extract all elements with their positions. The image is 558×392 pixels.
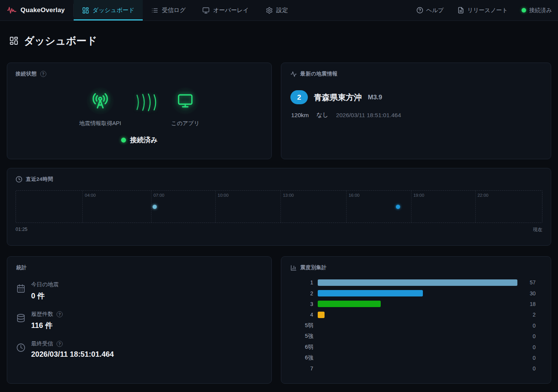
intensity-row-value: 57 bbox=[523, 279, 536, 285]
timeline-tick-label: 16:00 bbox=[348, 193, 359, 198]
timeline-tick-label: 22:00 bbox=[478, 193, 489, 198]
intensity-row-label: 1 bbox=[297, 279, 313, 285]
intensity-bar-track bbox=[318, 312, 517, 318]
signal-waves-icon bbox=[136, 93, 157, 112]
timeline-plot: 04:0007:0010:0013:0016:0019:0022:00 bbox=[16, 190, 542, 223]
intensity-bar bbox=[318, 279, 517, 286]
intensity-bar-track bbox=[318, 365, 517, 372]
dashboard-icon bbox=[82, 7, 89, 14]
intensity-row-label: 6強 bbox=[297, 354, 313, 361]
monitor-icon bbox=[177, 93, 193, 109]
intensity-row-value: 2 bbox=[523, 312, 536, 318]
stat-today: 今日の地震 0 件 bbox=[16, 281, 262, 301]
help-link[interactable]: ヘルプ bbox=[416, 7, 444, 14]
connection-status-dot bbox=[121, 138, 126, 143]
gear-icon bbox=[266, 7, 273, 14]
release-notes-label: リリースノート bbox=[467, 7, 508, 14]
stat-label: 今日の地震 bbox=[31, 281, 59, 288]
intensity-row-value: 30 bbox=[523, 290, 536, 296]
intensity-row-label: 5弱 bbox=[297, 322, 313, 329]
nav-connection-dot bbox=[522, 8, 526, 13]
timeline-start-label: 01:25 bbox=[16, 227, 27, 233]
epicenter-name: 青森県東方沖 bbox=[314, 92, 362, 103]
timeline-gridline: 16:00 bbox=[346, 191, 347, 223]
nav-tabs: ダッシュボード 受信ログ オーバーレイ bbox=[74, 0, 296, 20]
intensity-row: 230 bbox=[297, 288, 536, 298]
help-circle-icon[interactable]: ? bbox=[40, 71, 46, 77]
top-nav: QuakeOverlay ダッシュボード 受信ログ bbox=[0, 0, 558, 21]
tab-label: 設定 bbox=[276, 6, 288, 14]
timeline-tick-label: 07:00 bbox=[153, 193, 164, 198]
help-circle-icon[interactable]: ? bbox=[57, 341, 63, 347]
tab-overlay[interactable]: オーバーレイ bbox=[194, 0, 257, 20]
intensity-row: 157 bbox=[297, 277, 536, 288]
document-icon bbox=[457, 7, 464, 14]
tab-receive-log[interactable]: 受信ログ bbox=[143, 0, 194, 20]
depth-value: 120km bbox=[291, 112, 309, 119]
intensity-row-label: 7 bbox=[297, 365, 313, 372]
intensity-row: 70 bbox=[297, 363, 536, 374]
nav-connection-label: 接続済み bbox=[529, 7, 552, 14]
intensity-row: 6弱0 bbox=[297, 342, 536, 352]
timeline-card-title: 直近24時間 bbox=[26, 176, 53, 183]
stat-value: 116 件 bbox=[31, 320, 63, 331]
intensity-bar bbox=[318, 301, 381, 307]
intensity-bar-track bbox=[318, 290, 517, 296]
activity-icon bbox=[290, 71, 297, 77]
intensity-card-title: 震度別集計 bbox=[300, 264, 327, 271]
monitor-icon bbox=[202, 7, 210, 14]
clock-icon bbox=[16, 340, 25, 359]
stat-value: 2026/03/11 18:51:01.464 bbox=[31, 350, 114, 359]
tab-settings[interactable]: 設定 bbox=[257, 0, 296, 20]
intensity-bar-track bbox=[318, 322, 517, 329]
timeline-gridline: 04:00 bbox=[82, 191, 83, 223]
intensity-bar-track bbox=[318, 301, 517, 307]
timeline-event-dot[interactable] bbox=[396, 205, 400, 209]
tsunami-value: なし bbox=[317, 111, 329, 119]
timeline-tick-label: 19:00 bbox=[413, 193, 424, 198]
api-node-label: 地震情報取得API bbox=[79, 120, 121, 127]
list-icon bbox=[151, 7, 158, 14]
nav-connection-status: 接続済み bbox=[522, 7, 552, 14]
intensity-bar bbox=[318, 312, 325, 318]
intensity-row-label: 6弱 bbox=[297, 344, 313, 351]
stat-last-received: 最終受信 ? 2026/03/11 18:51:01.464 bbox=[16, 340, 262, 359]
intensity-row-label: 2 bbox=[297, 290, 313, 296]
tab-label: ダッシュボード bbox=[93, 6, 135, 14]
magnitude-value: M3.9 bbox=[368, 94, 382, 101]
connection-status-label: 接続済み bbox=[130, 135, 158, 144]
stats-card-title: 統計 bbox=[16, 264, 27, 271]
release-notes-link[interactable]: リリースノート bbox=[457, 7, 508, 14]
intensity-badge: 2 bbox=[290, 90, 308, 104]
intensity-row-value: 0 bbox=[523, 333, 536, 339]
timeline-tick-label: 13:00 bbox=[283, 193, 294, 198]
intensity-chart-card: 震度別集計 157230318425弱05強06弱06強070 bbox=[281, 256, 551, 384]
quake-timestamp: 2026/03/11 18:51:01.464 bbox=[336, 112, 401, 119]
timeline-tick-label: 04:00 bbox=[85, 193, 96, 198]
radio-tower-icon bbox=[92, 93, 109, 109]
waveform-logo-icon bbox=[7, 5, 17, 15]
app-node-label: このアプリ bbox=[171, 120, 199, 127]
timeline-gridline: 13:00 bbox=[281, 191, 281, 223]
intensity-row-value: 0 bbox=[523, 344, 536, 350]
intensity-row: 42 bbox=[297, 309, 536, 320]
timeline-end-label: 現在 bbox=[533, 227, 542, 233]
database-icon bbox=[16, 310, 25, 331]
intensity-row: 318 bbox=[297, 299, 536, 309]
timeline-gridline: 19:00 bbox=[411, 191, 411, 223]
connection-card-title: 接続状態 bbox=[16, 71, 37, 77]
intensity-row: 6強0 bbox=[297, 353, 536, 363]
intensity-row-value: 0 bbox=[523, 365, 536, 372]
timeline-event-dot[interactable] bbox=[153, 205, 157, 209]
timeline-gridline: 22:00 bbox=[475, 191, 476, 223]
latest-card-title: 最新の地震情報 bbox=[300, 71, 337, 77]
tab-label: 受信ログ bbox=[162, 6, 186, 14]
connection-status: 接続済み bbox=[121, 135, 158, 144]
tab-dashboard[interactable]: ダッシュボード bbox=[74, 0, 143, 20]
intensity-row: 5弱0 bbox=[297, 320, 536, 331]
stat-label: 最終受信 bbox=[31, 340, 53, 347]
intensity-row-label: 4 bbox=[297, 312, 313, 318]
help-circle-icon[interactable]: ? bbox=[57, 311, 63, 317]
intensity-row-value: 0 bbox=[523, 355, 536, 361]
intensity-bar bbox=[318, 290, 423, 296]
